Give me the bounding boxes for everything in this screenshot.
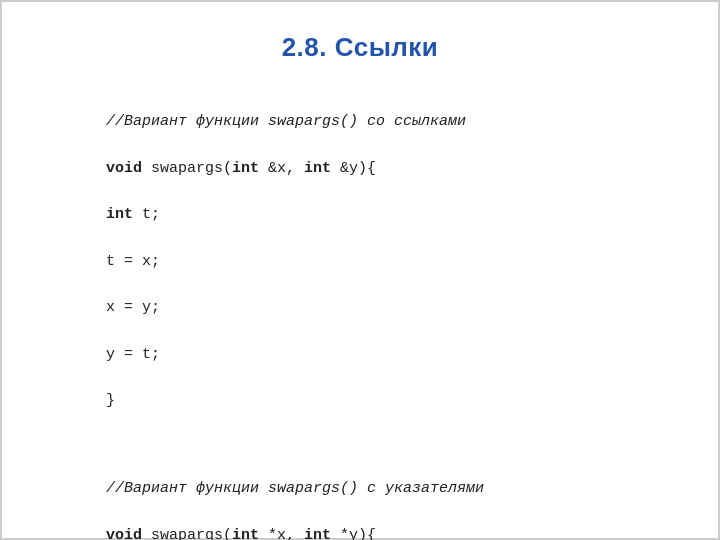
kw-int-2: int: [304, 160, 331, 177]
kw-void-1: void: [106, 160, 142, 177]
comment-2: //Вариант функции swapargs() с указателя…: [106, 480, 484, 497]
slide-container: 2.8. Ссылки //Вариант функции swapargs()…: [0, 0, 720, 540]
code-area: //Вариант функции swapargs() со ссылками…: [52, 87, 668, 540]
line-1-5: y = t;: [106, 346, 160, 363]
line-1-6: }: [106, 392, 115, 409]
code-section-2: //Вариант функции swapargs() с указателя…: [52, 454, 668, 540]
section-gap: [52, 436, 668, 454]
line-1-1: void swapargs(int &x, int &y){: [106, 160, 376, 177]
slide-title: 2.8. Ссылки: [52, 32, 668, 63]
line-1-3: t = x;: [106, 253, 160, 270]
kw-int-5: int: [304, 527, 331, 541]
code-section-1: //Вариант функции swapargs() со ссылками…: [52, 87, 668, 436]
line-2-1: void swapargs(int *x, int *y){: [106, 527, 376, 541]
comment-1: //Вариант функции swapargs() со ссылками: [106, 113, 466, 130]
kw-int-4: int: [232, 527, 259, 541]
line-1-2: int t;: [106, 206, 160, 223]
kw-void-2: void: [106, 527, 142, 541]
kw-int-1: int: [232, 160, 259, 177]
line-1-4: x = y;: [106, 299, 160, 316]
kw-int-3: int: [106, 206, 133, 223]
